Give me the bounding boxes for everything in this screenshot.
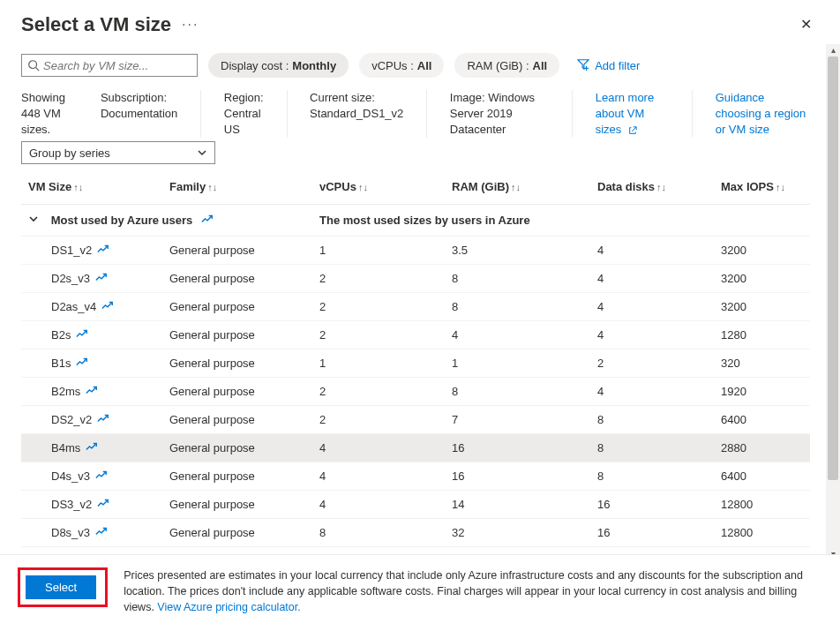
cell-iops: 2880 xyxy=(714,434,810,462)
cell-iops: 6400 xyxy=(714,462,810,491)
vm-size-name: B2s xyxy=(51,328,71,342)
trend-up-icon xyxy=(95,526,108,537)
cell-iops: 12800 xyxy=(714,491,810,519)
table-row[interactable]: DS3_v2General purpose4141612800 xyxy=(21,491,810,519)
cell-disks: 2 xyxy=(590,349,714,378)
cell-disks: 4 xyxy=(590,321,714,349)
cell-vcpus: 1 xyxy=(312,237,445,265)
meta-subscription: Subscription: Documentation xyxy=(101,90,177,122)
table-row[interactable]: D2as_v4General purpose2843200 xyxy=(21,293,810,321)
trend-up-icon xyxy=(97,498,109,508)
scrollbar-thumb[interactable] xyxy=(828,56,838,480)
vm-size-name: DS3_v2 xyxy=(51,498,92,511)
table-row[interactable]: D8s_v3General purpose8321612800 xyxy=(21,519,810,547)
cell-iops: 1280 xyxy=(714,321,810,349)
cell-ram: 3.5 xyxy=(445,237,590,265)
svg-marker-2 xyxy=(578,59,589,69)
cell-disks: 4 xyxy=(590,378,714,406)
groupby-select[interactable]: Group by series xyxy=(21,141,215,164)
filter-ram[interactable]: RAM (GiB) : All xyxy=(454,53,559,78)
cell-disks: 16 xyxy=(590,519,714,547)
cell-disks: 8 xyxy=(590,462,714,491)
link-guidance[interactable]: Guidance choosing a region or VM size xyxy=(716,90,810,138)
meta-region: Region: Central US xyxy=(224,90,264,138)
cell-disks: 8 xyxy=(590,434,714,462)
col-ram[interactable]: RAM (GiB)↑↓ xyxy=(445,171,590,205)
table-row[interactable]: B2msGeneral purpose2841920 xyxy=(21,378,810,406)
cell-disks: 16 xyxy=(590,491,714,519)
cell-family: General purpose xyxy=(162,378,312,406)
add-filter-button[interactable]: Add filter xyxy=(570,58,647,73)
cell-family: General purpose xyxy=(162,293,312,321)
table-row[interactable]: DS2_v2General purpose2786400 xyxy=(21,406,810,434)
select-button[interactable]: Select xyxy=(26,575,96,599)
table-row[interactable]: D2s_v3General purpose2843200 xyxy=(21,265,810,293)
trend-up-icon xyxy=(201,214,214,224)
close-icon[interactable]: ✕ xyxy=(793,12,819,36)
cell-vcpus: 2 xyxy=(312,406,445,434)
group-header[interactable]: Most used by Azure users The most used s… xyxy=(21,205,810,237)
filter-cost[interactable]: Display cost : Monthly xyxy=(208,53,349,78)
table-row[interactable]: DS1_v2General purpose13.543200 xyxy=(21,237,810,265)
trend-up-icon xyxy=(95,469,108,480)
cell-vcpus: 2 xyxy=(312,321,445,349)
search-icon xyxy=(27,59,40,71)
cell-family: General purpose xyxy=(162,519,312,547)
cell-disks: 4 xyxy=(590,237,714,265)
cell-disks: 4 xyxy=(590,293,714,321)
trend-up-icon xyxy=(97,244,109,254)
cell-ram: 8 xyxy=(445,293,590,321)
cell-ram: 1 xyxy=(445,349,590,378)
search-input[interactable] xyxy=(40,59,196,72)
cell-disks: 8 xyxy=(590,406,714,434)
vm-size-name: DS2_v2 xyxy=(51,413,92,426)
cell-ram: 14 xyxy=(445,491,590,519)
scroll-up-icon[interactable]: ▴ xyxy=(826,44,840,56)
col-family[interactable]: Family↑↓ xyxy=(162,171,312,205)
col-vm-size[interactable]: VM Size↑↓ xyxy=(21,171,162,205)
highlight-box: Select xyxy=(18,567,108,607)
page-title: Select a VM size xyxy=(21,13,171,36)
meta-current-size: Current size: Standard_DS1_v2 xyxy=(310,90,403,122)
cell-disks: 4 xyxy=(590,265,714,293)
add-filter-icon xyxy=(577,58,589,73)
cell-family: General purpose xyxy=(162,321,312,349)
cell-family: General purpose xyxy=(162,349,312,378)
col-vcpus[interactable]: vCPUs↑↓ xyxy=(312,171,445,205)
search-input-wrap[interactable] xyxy=(21,54,198,77)
table-row[interactable]: D4s_v3General purpose41686400 xyxy=(21,462,810,491)
cell-vcpus: 1 xyxy=(312,349,445,378)
cell-family: General purpose xyxy=(162,462,312,491)
cell-family: General purpose xyxy=(162,406,312,434)
cell-iops: 320 xyxy=(714,349,810,378)
cell-vcpus: 2 xyxy=(312,265,445,293)
external-link-icon xyxy=(628,126,637,135)
cell-family: General purpose xyxy=(162,237,312,265)
col-data-disks[interactable]: Data disks↑↓ xyxy=(590,171,714,205)
cell-vcpus: 2 xyxy=(312,293,445,321)
meta-showing: Showing 448 VM sizes. xyxy=(21,90,78,138)
svg-line-1 xyxy=(36,68,40,71)
trend-up-icon xyxy=(76,357,88,367)
cell-family: General purpose xyxy=(162,434,312,462)
cell-ram: 32 xyxy=(445,519,590,547)
vm-size-name: B1s xyxy=(51,357,71,370)
vm-size-name: D2as_v4 xyxy=(51,300,96,313)
filter-vcpus[interactable]: vCPUs : All xyxy=(359,53,444,78)
col-max-iops[interactable]: Max IOPS↑↓ xyxy=(714,171,810,205)
table-row[interactable]: B1sGeneral purpose112320 xyxy=(21,349,810,378)
cell-family: General purpose xyxy=(162,491,312,519)
cell-vcpus: 8 xyxy=(312,519,445,547)
vm-size-name: B2ms xyxy=(51,385,80,398)
scrollbar[interactable]: ▴ ▾ xyxy=(826,44,840,560)
vm-size-name: B4ms xyxy=(51,441,80,454)
cell-ram: 16 xyxy=(445,434,590,462)
more-icon[interactable]: ··· xyxy=(182,17,199,33)
table-row[interactable]: B4msGeneral purpose41682880 xyxy=(21,434,810,462)
table-row[interactable]: B2sGeneral purpose2441280 xyxy=(21,321,810,349)
cell-ram: 8 xyxy=(445,378,590,406)
chevron-down-icon xyxy=(197,147,207,158)
cell-iops: 3200 xyxy=(714,237,810,265)
link-pricing-calculator[interactable]: View Azure pricing calculator. xyxy=(157,601,300,613)
link-learn-more[interactable]: Learn more about VM sizes xyxy=(596,90,670,138)
